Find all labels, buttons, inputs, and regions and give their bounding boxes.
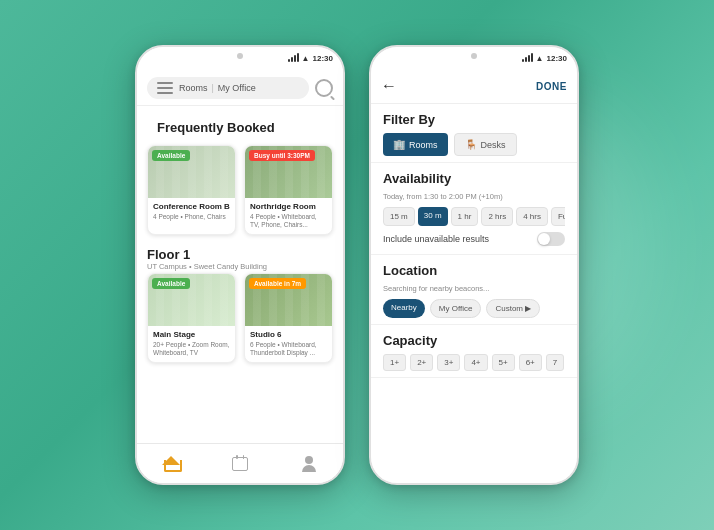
card-name-main-stage: Main Stage	[153, 330, 230, 339]
availability-section: Availability Today, from 1:30 to 2:00 PM…	[371, 163, 577, 255]
badge-available-conf-b: Available	[152, 150, 190, 161]
search-bar: Rooms | My Office	[137, 69, 343, 106]
card-info-main-stage: Main Stage 20+ People • Zoom Room, White…	[148, 326, 235, 362]
room-image-northridge: Busy until 3:30PM	[245, 146, 332, 198]
right-phone: ▲ 12:30 ← DONE Filter By	[369, 45, 579, 485]
availability-subtitle: Today, from 1:30 to 2:00 PM (+10m)	[383, 192, 565, 201]
left-screen: Rooms | My Office Frequently Booked	[137, 69, 343, 483]
room-card-northridge[interactable]: Busy until 3:30PM Northridge Room 4 Peop…	[244, 145, 333, 235]
time-right: 12:30	[547, 54, 567, 63]
rooms-pill-label: Rooms	[409, 140, 438, 150]
filter-by-options: 🏢 Rooms 🪑 Desks	[383, 133, 565, 156]
room-image-conference-b: Available	[148, 146, 235, 198]
time-pill-4hrs[interactable]: 4 hrs	[516, 207, 548, 226]
card-name-conf-b: Conference Room B	[153, 202, 230, 211]
spacer-left	[137, 371, 343, 443]
cap-6[interactable]: 6+	[519, 354, 542, 371]
time-pills-row: 15 m 30 m 1 hr 2 hrs	[383, 207, 565, 226]
time-pill-1hr[interactable]: 1 hr	[451, 207, 479, 226]
hamburger-icon	[157, 82, 173, 94]
right-screen: ← DONE Filter By 🏢 Rooms	[371, 69, 577, 483]
location-pills: Nearby My Office Custom ▶	[383, 299, 565, 318]
camera-left	[237, 53, 243, 59]
search-divider: |	[212, 83, 214, 93]
back-button[interactable]: ←	[381, 77, 397, 95]
badge-busy-northridge: Busy until 3:30PM	[249, 150, 315, 161]
frequently-booked-cards: Available Conference Room B 4 People • P…	[137, 145, 343, 243]
cap-5[interactable]: 5+	[492, 354, 515, 371]
frequently-booked-title: Frequently Booked	[147, 112, 333, 141]
location-section: Location Searching for nearby beacons...…	[371, 255, 577, 325]
badge-available-main-stage: Available	[152, 278, 190, 289]
card-info-studio6: Studio 6 6 People • Whiteboard, Thunderb…	[245, 326, 332, 362]
room-card-main-stage[interactable]: Available Main Stage 20+ People • Zoom R…	[147, 273, 236, 363]
filter-rooms-pill[interactable]: 🏢 Rooms	[383, 133, 448, 156]
nav-calendar[interactable]	[206, 457, 275, 471]
calendar-icon	[232, 457, 248, 471]
card-info-conf-b: Conference Room B 4 People • Phone, Chai…	[148, 198, 235, 225]
search-icon[interactable]	[315, 79, 333, 97]
floor1-header: Floor 1 UT Campus • Sweet Candy Building	[137, 243, 343, 273]
cap-3[interactable]: 3+	[437, 354, 460, 371]
filter-by-section: Filter By 🏢 Rooms 🪑 Desks	[371, 104, 577, 163]
capacity-title: Capacity	[383, 333, 565, 348]
loc-pill-nearby[interactable]: Nearby	[383, 299, 425, 318]
toggle-label: Include unavailable results	[383, 234, 489, 244]
location-title: Location	[383, 263, 565, 278]
floor1-title: Floor 1	[147, 247, 333, 262]
card-details-studio6: 6 People • Whiteboard, Thunderbolt Displ…	[250, 341, 327, 358]
desks-pill-icon: 🪑	[465, 139, 477, 150]
floor1-cards: Available Main Stage 20+ People • Zoom R…	[137, 273, 343, 371]
filter-content: Filter By 🏢 Rooms 🪑 Desks	[371, 104, 577, 483]
search-label-myoffice: My Office	[218, 83, 256, 93]
cap-2[interactable]: 2+	[410, 354, 433, 371]
cap-7[interactable]: 7	[546, 354, 564, 371]
bottom-nav-left	[137, 443, 343, 483]
person-icon	[302, 456, 316, 472]
card-details-northridge: 4 People • Whiteboard, TV, Phone, Chairs…	[250, 213, 327, 230]
filter-by-title: Filter By	[383, 112, 565, 127]
time-pill-30m[interactable]: 30 m	[418, 207, 448, 226]
card-name-studio6: Studio 6	[250, 330, 327, 339]
location-subtitle: Searching for nearby beacons...	[383, 284, 565, 293]
room-image-studio6: Available in 7m	[245, 274, 332, 326]
room-image-main-stage: Available	[148, 274, 235, 326]
done-button[interactable]: DONE	[536, 81, 567, 92]
toggle-row: Include unavailable results	[383, 226, 565, 248]
availability-title: Availability	[383, 171, 565, 186]
nav-profile[interactable]	[274, 456, 343, 472]
unavailable-toggle[interactable]	[537, 232, 565, 246]
wifi-icon-right: ▲	[536, 54, 544, 63]
time-pill-2hrs[interactable]: 2 hrs	[481, 207, 513, 226]
person-head	[305, 456, 313, 464]
card-info-northridge: Northridge Room 4 People • Whiteboard, T…	[245, 198, 332, 234]
filter-desks-pill[interactable]: 🪑 Desks	[454, 133, 517, 156]
status-bar-left: ▲ 12:30	[137, 47, 343, 69]
status-bar-right: ▲ 12:30	[371, 47, 577, 69]
floor1-subtitle: UT Campus • Sweet Candy Building	[147, 262, 333, 271]
signal-icon-left	[288, 54, 299, 62]
badge-available7m-studio6: Available in 7m	[249, 278, 306, 289]
person-body	[302, 465, 316, 472]
cap-1[interactable]: 1+	[383, 354, 406, 371]
rooms-pill-icon: 🏢	[393, 139, 405, 150]
loc-pill-custom[interactable]: Custom ▶	[486, 299, 540, 318]
home-icon	[162, 456, 180, 472]
card-details-conf-b: 4 People • Phone, Chairs	[153, 213, 230, 221]
camera-right	[471, 53, 477, 59]
cap-4[interactable]: 4+	[464, 354, 487, 371]
capacity-section: Capacity 1+ 2+ 3+ 4+ 5+ 6+ 7	[371, 325, 577, 378]
desks-pill-label: Desks	[481, 140, 506, 150]
search-input[interactable]: Rooms | My Office	[147, 77, 309, 99]
left-phone: ▲ 12:30 Rooms | My Office	[135, 45, 345, 485]
card-details-main-stage: 20+ People • Zoom Room, Whiteboard, TV	[153, 341, 230, 358]
room-card-conference-b[interactable]: Available Conference Room B 4 People • P…	[147, 145, 236, 235]
time-pill-fullday[interactable]: Full D...	[551, 207, 565, 226]
card-name-northridge: Northridge Room	[250, 202, 327, 211]
wifi-icon-left: ▲	[302, 54, 310, 63]
time-pill-15m[interactable]: 15 m	[383, 207, 415, 226]
loc-pill-myoffice[interactable]: My Office	[430, 299, 482, 318]
room-card-studio6[interactable]: Available in 7m Studio 6 6 People • Whit…	[244, 273, 333, 363]
nav-home[interactable]	[137, 456, 206, 472]
signal-icon-right	[522, 54, 533, 62]
